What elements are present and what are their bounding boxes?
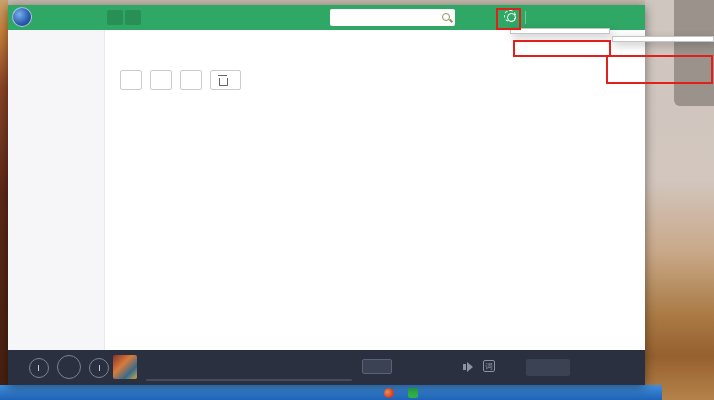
search-box — [330, 9, 455, 26]
table-header — [105, 96, 645, 113]
search-icon[interactable] — [442, 13, 450, 21]
volume-icon[interactable] — [463, 362, 473, 372]
quality-selector[interactable] — [362, 359, 392, 374]
search-input[interactable] — [336, 12, 441, 27]
back-button[interactable] — [107, 10, 123, 25]
settings-dropdown-menu — [510, 28, 610, 34]
playlist-panel — [105, 30, 645, 350]
add-icon[interactable] — [408, 388, 418, 398]
add-to-button[interactable] — [150, 70, 172, 90]
music-app-window: 词 — [8, 5, 645, 385]
album-art[interactable] — [113, 355, 137, 379]
titlebar-divider — [525, 11, 526, 24]
playlist-toolbar — [120, 70, 241, 90]
user-avatar[interactable] — [12, 7, 32, 27]
volume-cone — [467, 362, 473, 372]
progress-bar[interactable] — [146, 379, 352, 381]
screenshot-tool-bar — [0, 385, 662, 400]
view-submenu — [612, 36, 714, 42]
sidebar — [8, 30, 105, 350]
forward-button[interactable] — [125, 10, 141, 25]
settings-gear-icon[interactable] — [507, 13, 516, 22]
download-button[interactable] — [180, 70, 202, 90]
screenshot-root: 词 — [0, 0, 714, 400]
previous-track-button[interactable] — [29, 358, 49, 378]
next-bar — [99, 365, 101, 371]
titlebar — [8, 5, 645, 30]
play-all-button[interactable] — [120, 70, 142, 90]
player-bar: 词 — [8, 350, 645, 385]
play-button[interactable] — [57, 355, 81, 379]
desktop-background-left — [0, 0, 8, 400]
desktop-background-right — [645, 0, 714, 400]
desktop-calendar-widget — [674, 0, 714, 106]
browser-logo-icon[interactable] — [384, 388, 394, 398]
prev-bar — [38, 365, 40, 371]
next-track-button[interactable] — [89, 358, 109, 378]
volume-box — [463, 364, 466, 370]
clear-button[interactable] — [210, 70, 241, 90]
trash-icon — [219, 78, 228, 86]
lyrics-icon[interactable]: 词 — [483, 360, 495, 372]
play-queue-button[interactable] — [526, 359, 570, 376]
